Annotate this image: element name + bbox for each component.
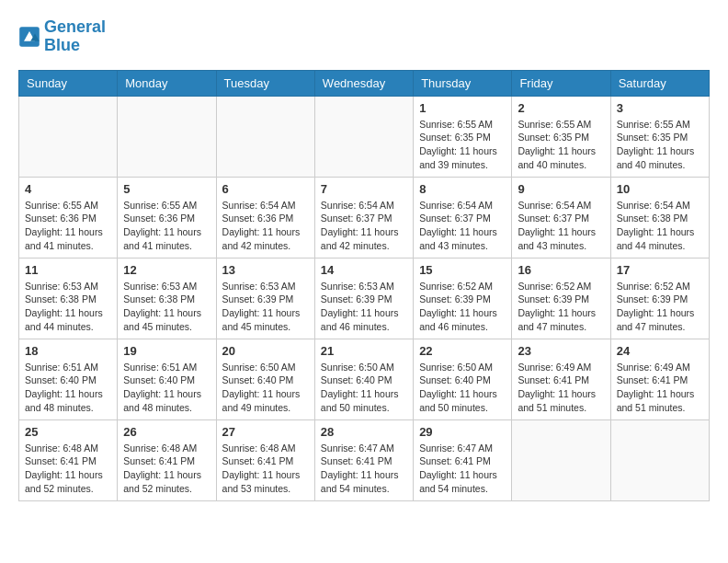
- day-info: Sunrise: 6:51 AMSunset: 6:40 PMDaylight:…: [25, 361, 111, 415]
- calendar-cell: 28Sunrise: 6:47 AMSunset: 6:41 PMDayligh…: [314, 419, 413, 500]
- calendar-cell: 14Sunrise: 6:53 AMSunset: 6:39 PMDayligh…: [314, 258, 413, 339]
- day-number: 27: [222, 425, 309, 439]
- day-number: 8: [419, 182, 506, 196]
- calendar-cell: 7Sunrise: 6:54 AMSunset: 6:37 PMDaylight…: [314, 177, 413, 258]
- calendar-cell: 27Sunrise: 6:48 AMSunset: 6:41 PMDayligh…: [216, 419, 314, 500]
- day-info: Sunrise: 6:54 AMSunset: 6:36 PMDaylight:…: [222, 199, 309, 253]
- calendar-cell: 20Sunrise: 6:50 AMSunset: 6:40 PMDayligh…: [216, 339, 314, 419]
- logo-text: General Blue: [44, 18, 106, 55]
- day-number: 23: [518, 344, 604, 358]
- day-info: Sunrise: 6:54 AMSunset: 6:38 PMDaylight:…: [617, 199, 703, 253]
- day-info: Sunrise: 6:52 AMSunset: 6:39 PMDaylight:…: [419, 280, 506, 334]
- calendar-cell: 26Sunrise: 6:48 AMSunset: 6:41 PMDayligh…: [118, 419, 216, 500]
- day-number: 25: [25, 425, 111, 439]
- day-info: Sunrise: 6:53 AMSunset: 6:39 PMDaylight:…: [321, 280, 407, 334]
- calendar-cell: 21Sunrise: 6:50 AMSunset: 6:40 PMDayligh…: [314, 339, 413, 419]
- day-number: 22: [419, 344, 506, 358]
- day-number: 5: [123, 182, 210, 196]
- calendar-cell: [314, 96, 413, 177]
- calendar-cell: 8Sunrise: 6:54 AMSunset: 6:37 PMDaylight…: [414, 177, 512, 258]
- day-info: Sunrise: 6:53 AMSunset: 6:38 PMDaylight:…: [123, 280, 210, 334]
- day-info: Sunrise: 6:52 AMSunset: 6:39 PMDaylight:…: [617, 280, 703, 334]
- day-info: Sunrise: 6:55 AMSunset: 6:35 PMDaylight:…: [518, 118, 604, 172]
- day-info: Sunrise: 6:53 AMSunset: 6:39 PMDaylight:…: [222, 280, 309, 334]
- day-number: 9: [518, 182, 604, 196]
- day-info: Sunrise: 6:49 AMSunset: 6:41 PMDaylight:…: [518, 361, 604, 415]
- calendar-cell: 5Sunrise: 6:55 AMSunset: 6:36 PMDaylight…: [118, 177, 216, 258]
- day-number: 13: [222, 263, 309, 277]
- calendar-cell: 4Sunrise: 6:55 AMSunset: 6:36 PMDaylight…: [19, 177, 118, 258]
- day-info: Sunrise: 6:54 AMSunset: 6:37 PMDaylight:…: [321, 199, 407, 253]
- day-info: Sunrise: 6:50 AMSunset: 6:40 PMDaylight:…: [419, 361, 506, 415]
- day-header-tuesday: Tuesday: [216, 70, 314, 96]
- calendar-cell: 23Sunrise: 6:49 AMSunset: 6:41 PMDayligh…: [512, 339, 610, 419]
- day-number: 28: [321, 425, 407, 439]
- calendar-week-1: 1Sunrise: 6:55 AMSunset: 6:35 PMDaylight…: [19, 96, 710, 177]
- calendar-week-3: 11Sunrise: 6:53 AMSunset: 6:38 PMDayligh…: [19, 258, 710, 339]
- day-number: 26: [123, 425, 210, 439]
- day-info: Sunrise: 6:50 AMSunset: 6:40 PMDaylight:…: [222, 361, 309, 415]
- day-info: Sunrise: 6:53 AMSunset: 6:38 PMDaylight:…: [25, 280, 111, 334]
- day-number: 11: [25, 263, 111, 277]
- calendar-cell: [512, 419, 610, 500]
- day-header-wednesday: Wednesday: [314, 70, 413, 96]
- calendar-header-row: SundayMondayTuesdayWednesdayThursdayFrid…: [19, 70, 710, 96]
- day-info: Sunrise: 6:55 AMSunset: 6:36 PMDaylight:…: [25, 199, 111, 253]
- calendar-cell: 22Sunrise: 6:50 AMSunset: 6:40 PMDayligh…: [414, 339, 512, 419]
- calendar-cell: 25Sunrise: 6:48 AMSunset: 6:41 PMDayligh…: [19, 419, 118, 500]
- day-info: Sunrise: 6:48 AMSunset: 6:41 PMDaylight:…: [123, 442, 210, 496]
- calendar-cell: 10Sunrise: 6:54 AMSunset: 6:38 PMDayligh…: [610, 177, 709, 258]
- day-info: Sunrise: 6:55 AMSunset: 6:35 PMDaylight:…: [617, 118, 703, 172]
- day-info: Sunrise: 6:47 AMSunset: 6:41 PMDaylight:…: [321, 442, 407, 496]
- day-header-monday: Monday: [118, 70, 216, 96]
- day-number: 12: [123, 263, 210, 277]
- day-number: 21: [321, 344, 407, 358]
- day-info: Sunrise: 6:54 AMSunset: 6:37 PMDaylight:…: [518, 199, 604, 253]
- day-info: Sunrise: 6:48 AMSunset: 6:41 PMDaylight:…: [25, 442, 111, 496]
- day-number: 3: [617, 101, 703, 115]
- day-header-friday: Friday: [512, 70, 610, 96]
- logo: General Blue: [18, 18, 106, 55]
- calendar-cell: [118, 96, 216, 177]
- calendar-week-2: 4Sunrise: 6:55 AMSunset: 6:36 PMDaylight…: [19, 177, 710, 258]
- calendar-week-5: 25Sunrise: 6:48 AMSunset: 6:41 PMDayligh…: [19, 419, 710, 500]
- day-info: Sunrise: 6:47 AMSunset: 6:41 PMDaylight:…: [419, 442, 506, 496]
- calendar-cell: [610, 419, 709, 500]
- day-info: Sunrise: 6:55 AMSunset: 6:36 PMDaylight:…: [123, 199, 210, 253]
- day-number: 17: [617, 263, 703, 277]
- calendar-cell: [216, 96, 314, 177]
- day-number: 19: [123, 344, 210, 358]
- logo-icon: [18, 26, 40, 48]
- day-info: Sunrise: 6:51 AMSunset: 6:40 PMDaylight:…: [123, 361, 210, 415]
- day-info: Sunrise: 6:48 AMSunset: 6:41 PMDaylight:…: [222, 442, 309, 496]
- calendar-cell: 1Sunrise: 6:55 AMSunset: 6:35 PMDaylight…: [414, 96, 512, 177]
- calendar-cell: 24Sunrise: 6:49 AMSunset: 6:41 PMDayligh…: [610, 339, 709, 419]
- day-header-thursday: Thursday: [414, 70, 512, 96]
- calendar-cell: 17Sunrise: 6:52 AMSunset: 6:39 PMDayligh…: [610, 258, 709, 339]
- calendar-week-4: 18Sunrise: 6:51 AMSunset: 6:40 PMDayligh…: [19, 339, 710, 419]
- day-number: 10: [617, 182, 703, 196]
- calendar-cell: 15Sunrise: 6:52 AMSunset: 6:39 PMDayligh…: [414, 258, 512, 339]
- day-number: 29: [419, 425, 506, 439]
- day-number: 20: [222, 344, 309, 358]
- calendar-cell: 13Sunrise: 6:53 AMSunset: 6:39 PMDayligh…: [216, 258, 314, 339]
- day-number: 14: [321, 263, 407, 277]
- day-number: 1: [419, 101, 506, 115]
- day-number: 18: [25, 344, 111, 358]
- day-header-saturday: Saturday: [610, 70, 709, 96]
- day-number: 7: [321, 182, 407, 196]
- day-info: Sunrise: 6:50 AMSunset: 6:40 PMDaylight:…: [321, 361, 407, 415]
- day-number: 6: [222, 182, 309, 196]
- day-number: 24: [617, 344, 703, 358]
- calendar-cell: 18Sunrise: 6:51 AMSunset: 6:40 PMDayligh…: [19, 339, 118, 419]
- calendar-cell: [19, 96, 118, 177]
- calendar-cell: 6Sunrise: 6:54 AMSunset: 6:36 PMDaylight…: [216, 177, 314, 258]
- day-number: 2: [518, 101, 604, 115]
- calendar-cell: 9Sunrise: 6:54 AMSunset: 6:37 PMDaylight…: [512, 177, 610, 258]
- calendar-cell: 3Sunrise: 6:55 AMSunset: 6:35 PMDaylight…: [610, 96, 709, 177]
- calendar-cell: 12Sunrise: 6:53 AMSunset: 6:38 PMDayligh…: [118, 258, 216, 339]
- calendar-cell: 16Sunrise: 6:52 AMSunset: 6:39 PMDayligh…: [512, 258, 610, 339]
- day-info: Sunrise: 6:55 AMSunset: 6:35 PMDaylight:…: [419, 118, 506, 172]
- day-number: 16: [518, 263, 604, 277]
- calendar: SundayMondayTuesdayWednesdayThursdayFrid…: [18, 70, 710, 501]
